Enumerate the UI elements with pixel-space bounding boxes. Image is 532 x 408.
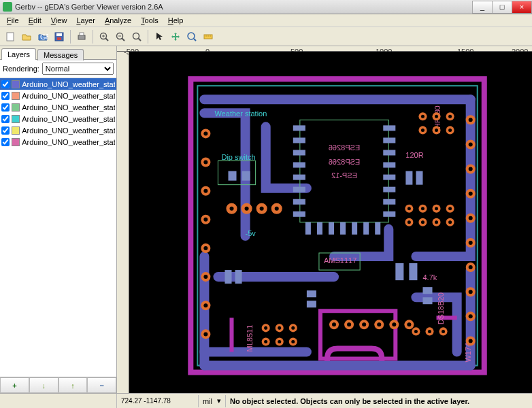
layer-row[interactable]: Arduino_UNO_weather_station_: — [0, 124, 116, 136]
svg-rect-36 — [383, 175, 395, 180]
svg-rect-38 — [383, 187, 395, 192]
svg-rect-33 — [293, 163, 305, 168]
close-button[interactable]: × — [512, 1, 532, 14]
layer-name-label: Arduino_UNO_weather_station_: — [22, 126, 115, 135]
svg-point-121 — [421, 207, 425, 211]
layer-color-swatch[interactable] — [12, 126, 20, 135]
svg-rect-154 — [395, 263, 403, 280]
svg-rect-163 — [228, 171, 236, 181]
titlebar: Gerbv -- gEDA's Gerber Viewer version 2.… — [0, 0, 532, 14]
svg-point-95 — [392, 323, 396, 327]
svg-rect-5 — [78, 35, 85, 39]
maximize-button[interactable]: □ — [492, 1, 512, 14]
pcb-canvas[interactable]: Weather station ESP8266 ESP8266 ESP-12 D… — [129, 52, 532, 393]
add-layer-button[interactable]: + — [0, 377, 29, 393]
layer-row[interactable]: Arduino_UNO_weather_station_: — [0, 90, 116, 101]
svg-point-145 — [291, 340, 295, 343]
rendering-select[interactable]: Normal — [42, 63, 114, 75]
svg-point-59 — [469, 216, 473, 220]
layer-color-swatch[interactable] — [12, 92, 20, 100]
svg-point-117 — [448, 129, 452, 132]
svg-rect-155 — [409, 263, 417, 280]
svg-rect-37 — [293, 187, 305, 192]
svg-point-51 — [469, 118, 473, 122]
sidebar: Layers Messages Rendering: Normal Arduin… — [0, 46, 117, 393]
pointer-icon[interactable] — [152, 29, 167, 44]
move-up-button[interactable]: ↑ — [59, 377, 88, 393]
svg-point-87 — [332, 323, 336, 327]
remove-layer-button[interactable]: − — [87, 377, 116, 393]
svg-point-143 — [278, 340, 281, 343]
svg-point-139 — [291, 326, 295, 330]
svg-point-97 — [407, 323, 411, 327]
layer-row[interactable]: Arduino_UNO_weather_station_: — [0, 78, 116, 90]
svg-line-17 — [194, 39, 196, 41]
layer-row[interactable]: Arduino_UNO_weather_station_: — [0, 136, 116, 148]
svg-point-131 — [435, 221, 438, 224]
svg-rect-0 — [7, 33, 14, 41]
layer-visibility-checkbox[interactable] — [1, 92, 10, 100]
svg-rect-31 — [293, 150, 305, 156]
minimize-button[interactable]: _ — [472, 1, 493, 14]
svg-point-69 — [469, 339, 473, 343]
layer-visibility-checkbox[interactable] — [1, 103, 10, 112]
svg-point-127 — [408, 221, 411, 224]
layer-row[interactable]: Arduino_UNO_weather_station_: — [0, 113, 116, 124]
print-icon[interactable] — [74, 29, 89, 44]
svg-point-111 — [448, 115, 452, 118]
status-unit[interactable]: mil▾ — [199, 395, 226, 407]
menu-edit[interactable]: Edit — [24, 16, 46, 25]
viewer: -5000500100015002000 — [117, 46, 532, 393]
svg-rect-27 — [293, 126, 305, 131]
pan-icon[interactable] — [168, 29, 183, 44]
svg-point-103 — [260, 207, 264, 211]
svg-rect-161 — [422, 298, 432, 305]
svg-point-85 — [203, 333, 207, 337]
layer-color-swatch[interactable] — [12, 80, 20, 88]
zoom-tool-icon[interactable] — [184, 29, 199, 44]
svg-line-8 — [105, 38, 108, 41]
layer-name-label: Arduino_UNO_weather_station_: — [22, 92, 115, 100]
menubar: File Edit View Layer Analyze Tools Help — [0, 14, 532, 27]
zoom-fit-icon[interactable] — [129, 29, 144, 44]
layer-name-label: Arduino_UNO_weather_station_: — [22, 115, 115, 123]
tab-messages[interactable]: Messages — [37, 49, 84, 61]
menu-layer[interactable]: Layer — [72, 16, 99, 25]
tab-layers[interactable]: Layers — [1, 48, 36, 60]
measure-icon[interactable] — [201, 29, 216, 44]
layer-color-swatch[interactable] — [12, 103, 20, 112]
layer-visibility-checkbox[interactable] — [1, 80, 10, 88]
zoom-in-icon[interactable] — [97, 29, 112, 44]
svg-rect-6 — [80, 33, 84, 35]
svg-rect-44 — [317, 222, 322, 235]
menu-view[interactable]: View — [47, 16, 71, 25]
layer-visibility-checkbox[interactable] — [1, 115, 10, 123]
new-icon[interactable] — [3, 29, 18, 44]
svg-point-73 — [203, 160, 207, 165]
layer-color-swatch[interactable] — [12, 115, 20, 123]
svg-rect-153 — [416, 171, 422, 185]
menu-file[interactable]: File — [3, 16, 23, 25]
svg-point-123 — [435, 207, 438, 211]
zoom-out-icon[interactable] — [113, 29, 128, 44]
silk-chip3: ESP-12 — [331, 171, 357, 180]
menu-analyze[interactable]: Analyze — [101, 16, 135, 25]
menu-tools[interactable]: Tools — [137, 16, 163, 25]
layer-row[interactable]: Arduino_UNO_weather_station_: — [0, 101, 116, 113]
svg-point-67 — [469, 315, 473, 319]
save-icon[interactable] — [52, 29, 67, 44]
window-title: Gerbv -- gEDA's Gerber Viewer version 2.… — [15, 3, 163, 11]
layer-color-swatch[interactable] — [12, 138, 20, 146]
menu-help[interactable]: Help — [164, 16, 188, 25]
open-icon[interactable] — [19, 29, 34, 44]
svg-point-125 — [448, 207, 452, 211]
move-down-button[interactable]: ↓ — [29, 377, 59, 393]
ruler-horizontal: -5000500100015002000 — [117, 46, 532, 52]
svg-line-15 — [138, 38, 141, 41]
layer-visibility-checkbox[interactable] — [1, 138, 10, 146]
svg-rect-32 — [383, 150, 395, 156]
layer-visibility-checkbox[interactable] — [1, 126, 10, 135]
svg-point-115 — [435, 129, 438, 132]
revert-icon[interactable]: GB — [35, 29, 50, 44]
svg-text:GB: GB — [40, 33, 48, 41]
